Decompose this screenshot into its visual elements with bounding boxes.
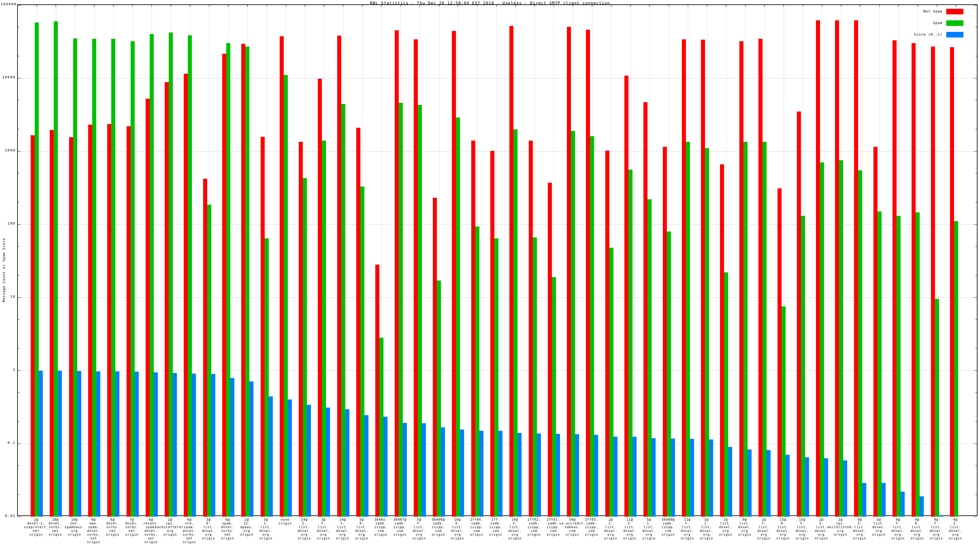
y-minor-tick [18,494,19,495]
y-major-tick [18,224,21,225]
x-category-label: 2ff04. iadb. isipp. com origin [470,518,483,537]
bar-spam [954,221,958,517]
bar-not-spam [643,102,648,517]
x-top-tick [745,5,746,7]
legend-label: Score (0..1) [914,32,942,37]
x-category-label: 11@ 2. list. dnswl. org origin [623,518,636,540]
bar-score [843,460,847,517]
x-top-tick [630,5,631,7]
x-top-tick [94,5,94,7]
x-category-label: 11@ Y. list. dnswl. org origin [681,518,694,540]
bar-score [192,373,196,517]
bar-score [383,417,388,517]
x-top-tick [726,5,726,7]
bar-not-spam [816,20,820,517]
x-top-tick [37,5,37,7]
x-category-label: 10@ Y. list. dnswl. org origin [508,518,522,540]
y-tick-label: 0.01 [1,514,16,518]
bar-score [633,437,636,517]
bar-spam [475,227,479,517]
bar-not-spam [452,31,456,517]
x-category-label: 2@ 3. list. dnswl. org origin [815,518,828,540]
x-top-tick [783,5,784,7]
bar-spam [495,238,498,517]
decade-gridline [18,224,977,225]
y-tick-label: 1000 [1,148,16,152]
x-category-label: 10@ dnsbl. sorbs. net origin [49,518,62,537]
bar-not-spam [892,40,897,517]
bar-score [77,371,81,517]
bar-not-spam [854,20,858,517]
x-top-tick [649,5,650,7]
bar-not-spam [184,74,188,517]
bar-score [900,492,905,517]
bar-spam [801,216,805,517]
bar-not-spam [759,39,762,517]
y-major-tick [974,224,977,225]
y-minor-tick [975,348,977,349]
bar-score [441,427,445,517]
bar-spam [648,199,652,517]
y-minor-tick [18,100,19,100]
bar-score [690,439,694,517]
x-category-label: 2@ ips. whitelisted. org origin [827,518,854,537]
y-minor-tick [18,202,19,202]
bar-score [920,496,924,517]
bar-not-spam [509,26,514,517]
bar-not-spam [548,183,552,517]
legend-row: Spam [870,20,963,26]
bar-not-spam [605,151,609,517]
bar-not-spam [950,47,954,517]
bar-score [460,429,464,517]
x-category-label: 6@ dnsbl. sorbs. net origin [106,518,119,537]
x-category-label: 15@ 0. list. dnswl. org origin [776,518,790,540]
x-category-label: 4@ 3. list. dnswl. org origin [949,518,962,540]
y-minor-tick [975,392,977,393]
bar-not-spam [835,20,839,517]
bar-score [671,438,675,517]
x-category-label: 6@ old. spam. dnsbl. sorbs. net origin [183,518,196,544]
bar-score [39,371,43,517]
bar-not-spam [682,40,686,517]
x-top-tick [803,5,803,7]
x-top-tick [401,5,401,7]
x-category-label: 2@ 2. list. dnswl. org origin [604,518,617,540]
bar-not-spam [720,164,724,517]
y-minor-tick [975,56,977,56]
x-category-label: 50@ sa-accredit. habeas. com origin [559,518,585,537]
bar-not-spam [375,265,379,517]
y-minor-tick [18,56,19,56]
x-category-label: 2ff03. iadb. isipp. com origin [585,518,598,537]
bar-score [326,408,330,517]
x-top-tick [669,5,669,7]
bar-spam [533,237,537,517]
x-top-tick [688,5,688,7]
bar-score [824,458,828,517]
bar-spam [743,142,748,517]
bar-not-spam [624,76,628,517]
bar-score [594,435,598,517]
x-category-label: 5@ 1. list. dnswl. org origin [643,518,655,540]
x-top-tick [592,5,592,7]
x-top-tick [324,5,324,7]
x-category-label: 36407@ iadb. isipp. com origin [393,518,407,537]
x-category-label: 3@ Y. list. dnswl. org origin [317,518,330,540]
y-minor-tick [975,494,977,495]
legend-swatch [946,9,963,14]
x-category-label: 10@ zen. spamhaus. org origin [65,518,84,537]
bar-spam [571,131,575,517]
x-top-tick [75,5,75,7]
legend-label: Not Spam [923,10,942,13]
x-category-label: 3@ 1. list. dnswl. org origin [700,518,713,540]
bar-spam [590,136,594,517]
x-category-label: 36409@ iadb. isipp. com origin [662,518,675,537]
x-top-tick [420,5,420,7]
x-top-tick [918,5,918,7]
bar-spam [418,105,422,517]
bar-spam [628,170,633,517]
bar-not-spam [797,111,801,517]
bar-spam [705,148,709,517]
x-category-label: 1@ list. dnswl. org origin [719,518,732,537]
bar-not-spam [586,30,590,517]
y-minor-tick [18,348,19,349]
